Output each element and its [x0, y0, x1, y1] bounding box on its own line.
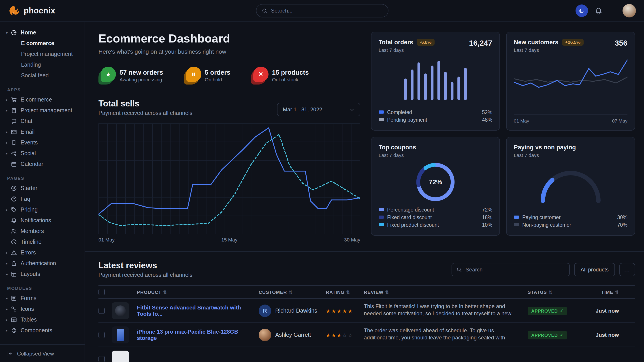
- date-range-select[interactable]: Mar 1 - 31, 2022: [277, 103, 360, 116]
- legend-label: Non-paying customer: [522, 222, 571, 227]
- sidebar-section-label: APPS: [7, 87, 84, 92]
- brand-name: phoenix: [24, 6, 55, 15]
- legend-item: Pending payment 48%: [378, 116, 492, 123]
- reviews-search[interactable]: [452, 263, 570, 276]
- sidebar-item-label: Timeline: [20, 239, 42, 245]
- collapsed-view-button[interactable]: Collapsed View: [0, 344, 84, 362]
- legend-value: 70%: [617, 222, 628, 227]
- sidebar-item-social-feed[interactable]: Social feed: [0, 70, 84, 81]
- product-link[interactable]: iPhone 13 pro max-Pacific Blue-128GB sto…: [137, 329, 259, 341]
- sidebar-item-calendar[interactable]: Calendar: [0, 159, 84, 169]
- sidebar-item-project-management[interactable]: ▸ Project management: [0, 105, 84, 116]
- sidebar-item-label: Errors: [20, 250, 36, 256]
- caret-right-icon: ▸: [6, 328, 11, 333]
- row-checkbox[interactable]: [98, 356, 105, 362]
- sidebar-item-components[interactable]: ▸ Components: [0, 325, 84, 336]
- legend-item: Fixed card discount 18%: [378, 213, 492, 221]
- x-end-label: 07 May: [612, 118, 628, 123]
- row-checkbox[interactable]: [98, 332, 105, 338]
- page-title: Ecommerce Dashboard: [98, 32, 360, 46]
- caret-down-icon: ▾: [6, 30, 11, 35]
- total-sells-subtitle: Payment received across all channels: [98, 110, 192, 116]
- legend-label: Percentage discount: [387, 207, 434, 212]
- sidebar-item-icons[interactable]: ▸ Icons: [0, 304, 84, 314]
- caret-right-icon: ▸: [6, 108, 11, 113]
- customer-avatar: [259, 329, 271, 341]
- chevron-down-icon: [350, 107, 354, 112]
- sidebar-item-label: Calendar: [20, 161, 43, 167]
- sidebar-item-forms[interactable]: ▸ Forms: [0, 293, 84, 304]
- notifications-button[interactable]: [595, 7, 602, 14]
- sidebar-item-notifications[interactable]: Notifications: [0, 215, 84, 226]
- collapsed-view-label: Collapsed View: [17, 350, 54, 357]
- sidebar-item-e-commerce[interactable]: ▸ E commerce: [0, 94, 84, 105]
- column-header-product[interactable]: PRODUCT⇅: [137, 289, 259, 295]
- customer-name: Ashley Garrett: [275, 332, 311, 338]
- reviews-search-input[interactable]: [466, 266, 565, 273]
- column-header-review[interactable]: REVIEW⇅: [364, 289, 528, 295]
- bell-icon: [595, 7, 602, 14]
- reviews-actions: All products ...: [452, 263, 635, 276]
- brand-logo[interactable]: phoenix: [8, 5, 55, 17]
- latest-reviews-section: Latest reviews Payment received across a…: [85, 251, 644, 362]
- rating-stars: ★★★★★: [326, 307, 364, 315]
- all-products-button[interactable]: All products: [574, 263, 615, 276]
- legend-value: 30%: [617, 214, 628, 220]
- legend-item: Percentage discount 72%: [378, 206, 492, 213]
- legend-swatch: [378, 216, 384, 219]
- column-header-time[interactable]: TIME⇅: [601, 289, 619, 295]
- column-header-customer[interactable]: CUSTOMER⇅: [259, 289, 326, 295]
- sidebar-section-label: MODULES: [7, 286, 84, 291]
- sidebar-item-timeline[interactable]: Timeline: [0, 237, 84, 247]
- x-tick: 01 May: [98, 237, 114, 242]
- global-search[interactable]: [256, 4, 388, 17]
- sidebar-item-tables[interactable]: ▸ Tables: [0, 314, 84, 325]
- caret-right-icon: ▸: [6, 208, 11, 212]
- theme-toggle-button[interactable]: [576, 4, 588, 17]
- more-options-button[interactable]: ...: [620, 263, 635, 276]
- sidebar-item-home[interactable]: ▾ Home: [0, 27, 84, 38]
- product-image: [112, 302, 129, 319]
- sidebar-item-pricing[interactable]: ▸ Pricing: [0, 204, 84, 215]
- total-orders-value: 16,247: [469, 39, 492, 48]
- sidebar-item-label: Layouts: [20, 271, 40, 277]
- caret-right-icon: ▸: [6, 250, 11, 255]
- sidebar-item-layouts[interactable]: ▸ Layouts: [0, 269, 84, 280]
- column-header-status[interactable]: STATUS⇅: [528, 289, 584, 295]
- sidebar-item-faq[interactable]: Faq: [0, 194, 84, 204]
- kpi-cards: Total orders -6.8% Last 7 days 16,247 Co…: [371, 32, 635, 242]
- search-icon: [262, 8, 268, 14]
- sidebar-item-authentication[interactable]: ▸ Authentication: [0, 258, 84, 269]
- customer-name: Richard Dawkins: [275, 308, 317, 314]
- legend-value: 10%: [482, 222, 492, 227]
- x-icon: ×: [251, 69, 266, 84]
- reviews-subtitle: Payment received across all channels: [98, 272, 192, 278]
- sidebar-item-starter[interactable]: Starter: [0, 183, 84, 194]
- sidebar-item-social[interactable]: ▸ Social: [0, 148, 84, 159]
- sidebar-item-email[interactable]: ▸ Email: [0, 127, 84, 137]
- new-customers-card: New customers +26.5% Last 7 days 356 01 …: [506, 32, 635, 131]
- sidebar-item-label: Social: [20, 150, 36, 156]
- sidebar-item-landing[interactable]: Landing: [0, 59, 84, 70]
- rating-stars: ★★★☆☆: [326, 331, 364, 339]
- sidebar-item-e-commerce[interactable]: E commerce: [0, 38, 84, 49]
- moon-icon: [579, 7, 585, 14]
- sidebar-item-chat[interactable]: Chat: [0, 116, 84, 127]
- sidebar-item-errors[interactable]: ▸ Errors: [0, 247, 84, 258]
- check-icon: ✓: [560, 309, 564, 313]
- apps-grid-button[interactable]: [609, 7, 616, 14]
- row-checkbox[interactable]: [98, 308, 105, 314]
- column-header-rating[interactable]: RATING⇅: [326, 289, 364, 295]
- sort-icon: ⇅: [549, 290, 553, 295]
- sidebar-item-members[interactable]: Members: [0, 226, 84, 237]
- card-period: Last 7 days: [514, 47, 584, 53]
- select-all-checkbox[interactable]: [98, 289, 105, 295]
- user-avatar[interactable]: [622, 4, 636, 17]
- sidebar-item-project-management[interactable]: Project management: [0, 49, 84, 59]
- legend-value: 48%: [482, 117, 492, 122]
- sidebar-item-events[interactable]: ▸ Events: [0, 137, 84, 148]
- sidebar-item-label: Faq: [20, 196, 30, 202]
- app: phoenix: [0, 0, 644, 362]
- global-search-input[interactable]: [271, 7, 382, 14]
- product-link[interactable]: Fitbit Sense Advanced Smartwatch with To…: [137, 304, 259, 317]
